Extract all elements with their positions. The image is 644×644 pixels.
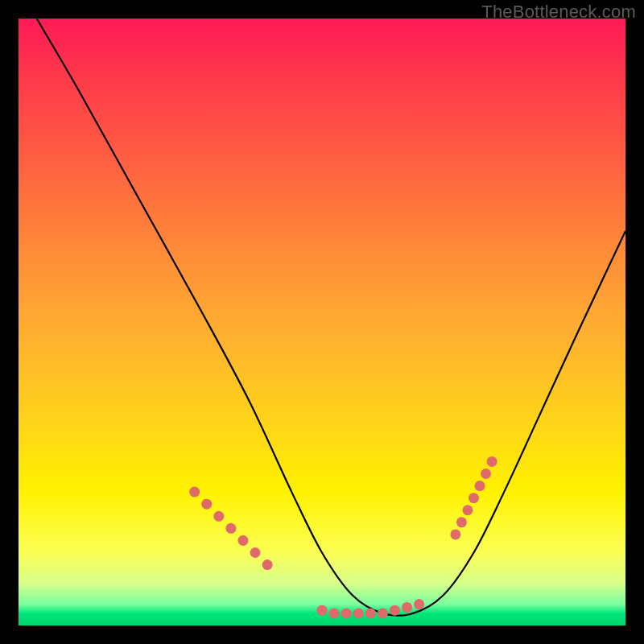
marker-dot — [250, 547, 261, 558]
marker-dot — [329, 608, 340, 618]
marker-dot — [462, 505, 473, 515]
marker-dot — [487, 456, 497, 467]
marker-dot — [237, 535, 248, 546]
marker-dot — [390, 605, 400, 616]
plot-area — [19, 19, 625, 625]
marker-dot — [481, 469, 491, 479]
marker-dot — [378, 608, 388, 618]
marker-dot — [213, 511, 224, 522]
marker-dot — [317, 605, 328, 616]
marker-dot — [456, 517, 467, 527]
bottleneck-curve-path — [37, 19, 625, 616]
marker-dot — [475, 481, 485, 491]
marker-dot — [353, 608, 364, 618]
marker-dot — [201, 499, 212, 510]
marker-dot — [189, 487, 200, 497]
marker-dot — [414, 599, 424, 609]
marker-dot — [402, 602, 412, 613]
chart-frame: TheBottleneck.com — [0, 0, 644, 644]
curve-svg — [19, 19, 625, 625]
marker-dot — [262, 559, 273, 570]
marker-dot — [225, 523, 236, 534]
marker-dot — [469, 493, 479, 503]
marker-dot — [341, 608, 352, 618]
marker-dots-group — [189, 456, 497, 619]
marker-dot — [450, 529, 460, 539]
marker-dot — [365, 608, 376, 618]
